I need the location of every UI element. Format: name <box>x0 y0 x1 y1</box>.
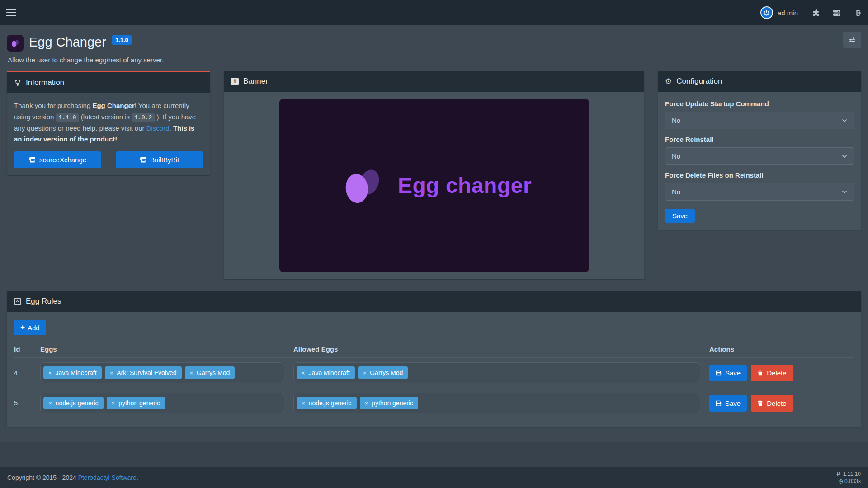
egg-rules-panel-title: Egg Rules <box>26 297 61 306</box>
rule-save-button[interactable]: Save <box>709 365 747 381</box>
egg-tag-label: Ark: Survival Evolved <box>117 369 176 376</box>
banner-panel-title: Banner <box>243 77 268 86</box>
banner-image: Egg changer <box>279 99 589 272</box>
trash-icon <box>757 370 763 376</box>
remove-tag-icon[interactable]: × <box>48 370 52 376</box>
allowed-eggs-input[interactable]: ×Java Minecraft×Garrys Mod <box>293 362 700 383</box>
gear-icon: ⚙ <box>665 78 672 85</box>
force-reinstall-select[interactable]: No <box>665 147 854 165</box>
sliders-icon <box>849 36 856 43</box>
trash-icon <box>757 400 763 406</box>
clock-icon: ◷ <box>838 478 843 484</box>
chart-icon <box>14 298 21 305</box>
egg-tag: ×Garrys Mod <box>358 366 408 379</box>
force-update-startup-select[interactable]: No <box>665 112 854 129</box>
sign-out-icon[interactable] <box>854 9 862 17</box>
configuration-panel: ⚙ Configuration Force Update Startup Com… <box>658 71 861 230</box>
force-update-startup-label: Force Update Startup Command <box>665 100 854 108</box>
top-navbar: ad min <box>0 0 868 25</box>
render-time: 0.033s <box>844 478 861 484</box>
banner-panel: i Banner Egg changer <box>224 71 644 279</box>
chevron-down-icon <box>842 190 847 194</box>
footer: Copyright © 2015 - 2024 Pterodactyl Soft… <box>0 467 868 488</box>
save-icon <box>716 370 722 376</box>
force-delete-files-select[interactable]: No <box>665 183 854 201</box>
page-subtitle: Allow the user to change the egg/nest of… <box>8 56 861 64</box>
egg-tag: ×node.js generic <box>297 397 357 409</box>
rule-id: 5 <box>14 393 31 407</box>
egg-rules-rows: 4×Java Minecraft×Ark: Survival Evolved×G… <box>14 357 854 418</box>
pterodactyl-icon: ₽ <box>837 471 840 477</box>
egg-tag-label: Garrys Mod <box>197 369 230 376</box>
egg-tag-label: node.js generic <box>309 399 352 407</box>
remove-tag-icon[interactable]: × <box>112 400 115 406</box>
store-icon <box>140 156 146 163</box>
copyright-text: Copyright © 2015 - 2024 Pterodactyl Soft… <box>7 474 138 481</box>
banner-wordmark: Egg changer <box>398 173 532 198</box>
rule-save-button[interactable]: Save <box>709 395 747 412</box>
panel-version: 1.11.10 <box>843 471 861 477</box>
egg-tag: ×Java Minecraft <box>43 366 102 379</box>
rule-actions: SaveDelete <box>709 395 854 412</box>
egg-tag: ×Java Minecraft <box>297 366 355 379</box>
information-text: Thank you for purchasing Egg Changer! Yo… <box>14 100 203 145</box>
remove-tag-icon[interactable]: × <box>110 370 113 376</box>
extensions-icon[interactable] <box>811 9 819 17</box>
force-reinstall-label: Force Reinstall <box>665 136 854 143</box>
egg-tag-label: Garrys Mod <box>370 369 403 376</box>
egg-changer-logo-icon <box>7 35 24 52</box>
column-header-actions: Actions <box>709 345 854 353</box>
configuration-panel-title: Configuration <box>676 77 722 86</box>
eggs-input[interactable]: ×Java Minecraft×Ark: Survival Evolved×Ga… <box>40 362 284 383</box>
add-rule-button[interactable]: + Add <box>14 320 46 335</box>
egg-tag: ×node.js generic <box>43 397 104 409</box>
egg-tag-label: python generic <box>118 399 160 407</box>
settings-button[interactable] <box>843 32 861 48</box>
user-menu[interactable]: ad min <box>760 6 798 19</box>
power-icon <box>763 9 770 16</box>
egg-tag-label: node.js generic <box>56 399 99 407</box>
egg-tag: ×python generic <box>360 397 418 409</box>
page-background <box>0 442 868 467</box>
rule-delete-button[interactable]: Delete <box>751 395 793 412</box>
remove-tag-icon[interactable]: × <box>48 400 52 406</box>
info-icon: i <box>231 78 239 85</box>
information-panel: Information Thank you for purchasing Egg… <box>7 71 210 175</box>
egg-tag: ×Garrys Mod <box>185 366 235 379</box>
footer-meta: ₽ 1.11.10 ◷ 0.033s <box>837 470 861 485</box>
remove-tag-icon[interactable]: × <box>302 400 305 406</box>
servers-icon[interactable] <box>833 9 840 17</box>
egg-tag: ×python generic <box>107 397 165 409</box>
page-header: Egg Changer 1.1.0 Allow the user to chan… <box>0 25 868 64</box>
sourcexchange-button[interactable]: sourceXchange <box>14 151 101 168</box>
egg-logo-icon <box>336 164 390 207</box>
plus-icon: + <box>20 323 25 332</box>
username-label: ad min <box>778 9 798 17</box>
remove-tag-icon[interactable]: × <box>363 370 367 376</box>
discord-link[interactable]: Discord <box>146 124 170 132</box>
egg-rules-table: Id Eggs Allowed Eggs Actions 4×Java Mine… <box>14 343 854 418</box>
chevron-down-icon <box>842 155 847 158</box>
rule-actions: SaveDelete <box>709 365 854 381</box>
remove-tag-icon[interactable]: × <box>302 370 305 376</box>
allowed-eggs-input[interactable]: ×node.js generic×python generic <box>293 393 700 413</box>
egg-tag-label: python generic <box>372 399 413 407</box>
remove-tag-icon[interactable]: × <box>365 400 368 406</box>
column-header-eggs: Eggs <box>40 345 284 353</box>
column-header-id: Id <box>14 345 31 353</box>
pterodactyl-link[interactable]: Pterodactyl Software <box>78 474 137 481</box>
egg-rules-panel: Egg Rules + Add Id Eggs Allowed Eggs Act… <box>7 291 861 427</box>
force-delete-files-label: Force Delete Files on Reinstall <box>665 171 854 179</box>
sidebar-toggle-icon[interactable] <box>6 9 16 16</box>
content-area: Egg Changer 1.1.0 Allow the user to chan… <box>0 25 868 442</box>
rule-delete-button[interactable]: Delete <box>751 365 793 381</box>
chevron-down-icon <box>842 119 847 122</box>
page-title: Egg Changer <box>29 34 106 50</box>
table-row: 5×node.js generic×python generic×node.js… <box>14 388 854 418</box>
rule-id: 4 <box>14 362 31 376</box>
config-save-button[interactable]: Save <box>665 209 695 223</box>
egg-tag-label: Java Minecraft <box>309 369 350 376</box>
remove-tag-icon[interactable]: × <box>190 370 193 376</box>
builtbybit-button[interactable]: BuiltByBit <box>116 151 203 168</box>
eggs-input[interactable]: ×node.js generic×python generic <box>40 393 284 413</box>
